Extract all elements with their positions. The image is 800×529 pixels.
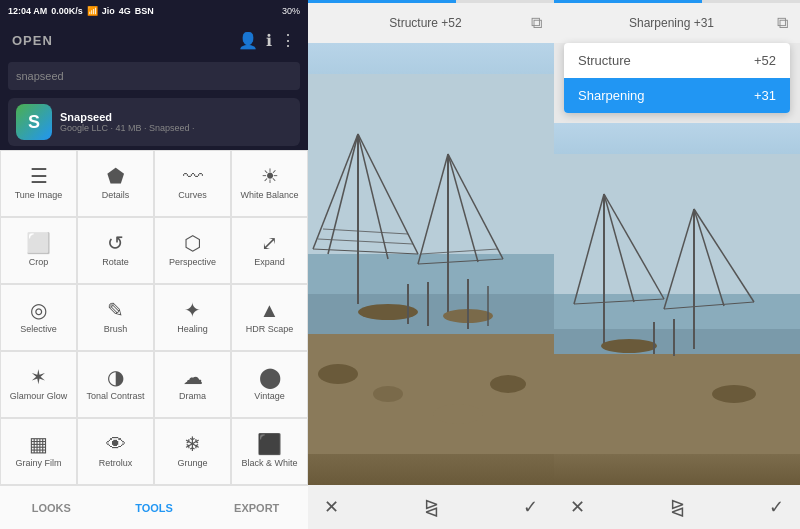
tool-label-tonal-contrast: Tonal Contrast (86, 391, 144, 402)
tool-item-tonal-contrast[interactable]: ◑Tonal Contrast (77, 351, 154, 418)
tool-icon-rotate: ↺ (107, 233, 124, 253)
right-compare-icon[interactable]: ⧉ (777, 14, 788, 32)
tool-icon-glamour-glow: ✶ (30, 367, 47, 387)
middle-editor-label: Structure +52 (320, 16, 531, 30)
svg-rect-31 (554, 354, 800, 454)
right-panel: Sharpening +31 ⧉ Structure+52Sharpening+… (554, 0, 800, 529)
tool-item-grainy-film[interactable]: ▦Grainy Film (0, 418, 77, 485)
right-image-placeholder (554, 123, 800, 485)
tool-item-crop[interactable]: ⬜Crop (0, 217, 77, 284)
middle-adjust-button[interactable]: ⧎ (420, 492, 443, 522)
tool-icon-vintage: ⬤ (259, 367, 281, 387)
dropdown-value-sharpening: +31 (754, 88, 776, 103)
middle-editor-header: Structure +52 ⧉ (308, 3, 554, 43)
tool-item-tune-image[interactable]: ☰Tune Image (0, 150, 77, 217)
tool-label-expand: Expand (254, 257, 285, 268)
tool-item-healing[interactable]: ✦Healing (154, 284, 231, 351)
tools-grid: ☰Tune Image⬟Details〰Curves☀White Balance… (0, 150, 308, 485)
tool-label-vintage: Vintage (254, 391, 284, 402)
icons-row: 📶 (87, 6, 98, 16)
tool-item-black-&-white[interactable]: ⬛Black & White (231, 418, 308, 485)
tool-item-grunge[interactable]: ❄Grunge (154, 418, 231, 485)
tool-item-brush[interactable]: ✎Brush (77, 284, 154, 351)
svg-rect-0 (308, 74, 554, 274)
tool-icon-black-&-white: ⬛ (257, 434, 282, 454)
tool-icon-hdr-scape: ▲ (260, 300, 280, 320)
tool-item-curves[interactable]: 〰Curves (154, 150, 231, 217)
right-adjust-button[interactable]: ⧎ (666, 492, 689, 522)
tool-label-brush: Brush (104, 324, 128, 335)
tool-icon-tune-image: ☰ (30, 166, 48, 186)
profile-icon[interactable]: 👤 (238, 31, 258, 50)
tool-icon-selective: ◎ (30, 300, 47, 320)
tool-item-selective[interactable]: ◎Selective (0, 284, 77, 351)
tool-item-drama[interactable]: ☁Drama (154, 351, 231, 418)
tool-label-tune-image: Tune Image (15, 190, 63, 201)
bottom-nav-export[interactable]: EXPORT (205, 486, 308, 529)
right-editor-controls: ✕ ⧎ ✓ (554, 485, 800, 529)
middle-compare-icon[interactable]: ⧉ (531, 14, 542, 32)
time: 12:04 AM (8, 6, 47, 16)
svg-point-26 (490, 375, 526, 393)
tool-label-retrolux: Retrolux (99, 458, 133, 469)
tool-item-rotate[interactable]: ↺Rotate (77, 217, 154, 284)
search-bar[interactable]: snapseed (8, 62, 300, 90)
speed: 0.00K/s (51, 6, 83, 16)
tool-label-black-&-white: Black & White (241, 458, 297, 469)
app-header: OPEN 👤 ℹ ⋮ (0, 22, 308, 58)
tool-item-expand[interactable]: ⤢Expand (231, 217, 308, 284)
tool-label-hdr-scape: HDR Scape (246, 324, 294, 335)
right-panel-inner: Sharpening +31 ⧉ Structure+52Sharpening+… (554, 3, 800, 485)
dropdown-row-structure[interactable]: Structure+52 (564, 43, 790, 78)
app-icon-snapseed: S (16, 104, 52, 140)
svg-point-24 (318, 364, 358, 384)
dropdown-row-sharpening[interactable]: Sharpening+31 (564, 78, 790, 113)
tool-icon-grainy-film: ▦ (29, 434, 48, 454)
tool-item-hdr-scape[interactable]: ▲HDR Scape (231, 284, 308, 351)
tool-icon-tonal-contrast: ◑ (107, 367, 124, 387)
right-cancel-button[interactable]: ✕ (566, 492, 589, 522)
tool-label-drama: Drama (179, 391, 206, 402)
tool-label-selective: Selective (20, 324, 57, 335)
tool-label-rotate: Rotate (102, 257, 129, 268)
app-header-icons: 👤 ℹ ⋮ (238, 31, 296, 50)
carrier2: BSN (135, 6, 154, 16)
app-item[interactable]: S Snapseed Google LLC · 41 MB · Snapseed… (8, 98, 300, 146)
right-confirm-button[interactable]: ✓ (765, 492, 788, 522)
tool-item-details[interactable]: ⬟Details (77, 150, 154, 217)
info-icon[interactable]: ℹ (266, 31, 272, 50)
tool-label-glamour-glow: Glamour Glow (10, 391, 68, 402)
middle-editor-image (308, 43, 554, 485)
dropdown-value-structure: +52 (754, 53, 776, 68)
tool-label-details: Details (102, 190, 130, 201)
tool-item-retrolux[interactable]: 👁Retrolux (77, 418, 154, 485)
middle-confirm-button[interactable]: ✓ (519, 492, 542, 522)
dropdown-label-sharpening: Sharpening (578, 88, 645, 103)
middle-cancel-button[interactable]: ✕ (320, 492, 343, 522)
tool-icon-perspective: ⬡ (184, 233, 201, 253)
tool-icon-curves: 〰 (183, 166, 203, 186)
tool-icon-retrolux: 👁 (106, 434, 126, 454)
tool-icon-expand: ⤢ (261, 233, 278, 253)
middle-image-placeholder (308, 43, 554, 485)
tool-item-perspective[interactable]: ⬡Perspective (154, 217, 231, 284)
tool-item-glamour-glow[interactable]: ✶Glamour Glow (0, 351, 77, 418)
status-bar-left: 12:04 AM 0.00K/s 📶 Jio 4G BSN (8, 6, 154, 16)
app-name: Snapseed (60, 111, 292, 123)
svg-point-25 (373, 386, 403, 402)
tool-label-perspective: Perspective (169, 257, 216, 268)
tool-item-white-balance[interactable]: ☀White Balance (231, 150, 308, 217)
more-icon[interactable]: ⋮ (280, 31, 296, 50)
tool-item-vintage[interactable]: ⬤Vintage (231, 351, 308, 418)
svg-point-42 (601, 339, 657, 353)
status-bar-right: 30% (282, 6, 300, 16)
status-bar: 12:04 AM 0.00K/s 📶 Jio 4G BSN 30% (0, 0, 308, 22)
battery: 30% (282, 6, 300, 16)
bottom-nav-tools[interactable]: TOOLS (103, 486, 206, 529)
bottom-nav-looks[interactable]: LOOKS (0, 486, 103, 529)
tool-label-grunge: Grunge (177, 458, 207, 469)
app-meta: Google LLC · 41 MB · Snapseed · (60, 123, 292, 133)
tool-icon-drama: ☁ (183, 367, 203, 387)
tool-label-healing: Healing (177, 324, 208, 335)
tool-icon-grunge: ❄ (184, 434, 201, 454)
